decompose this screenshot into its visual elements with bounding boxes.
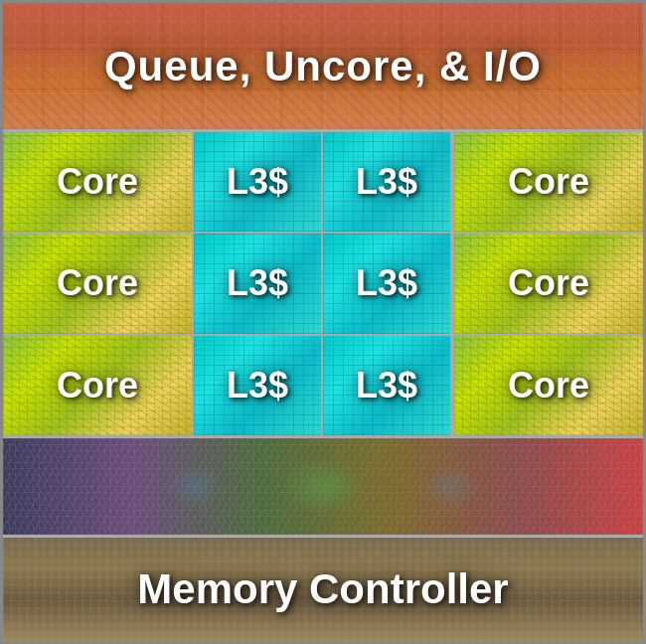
core-row-3: Core L3$ L3$ Core: [3, 336, 643, 435]
chip-diagram: Queue, Uncore, & I/O Core L3$ L3$: [0, 0, 646, 644]
l3-label: L3$: [323, 336, 450, 435]
core-row-1: Core L3$ L3$ Core: [3, 132, 643, 234]
core-1-right: Core: [452, 132, 643, 232]
core-label: Core: [3, 336, 192, 435]
core-rows: Core L3$ L3$ Core Core: [3, 132, 643, 438]
l3-label: L3$: [323, 234, 450, 333]
core-3-left: Core: [3, 336, 194, 435]
uncore-row: Queue, Uncore, & I/O: [3, 3, 643, 132]
core-label: Core: [454, 336, 643, 435]
l3-label: L3$: [323, 132, 450, 232]
core-row-2: Core L3$ L3$ Core: [3, 234, 643, 335]
l3-3-left: L3$: [194, 336, 323, 435]
io-row: [3, 438, 643, 538]
core-2-right: Core: [452, 234, 643, 333]
l3-label: L3$: [194, 336, 321, 435]
l3-1-right: L3$: [323, 132, 452, 232]
uncore-label: Queue, Uncore, & I/O: [3, 3, 643, 129]
l3-3-right: L3$: [323, 336, 452, 435]
memory-row: Memory Controller: [3, 538, 643, 641]
memory-label: Memory Controller: [3, 538, 643, 641]
core-label: Core: [3, 132, 192, 232]
l3-label: L3$: [194, 234, 321, 333]
core-2-left: Core: [3, 234, 194, 333]
io-circuits: [3, 438, 643, 535]
core-label: Core: [454, 132, 643, 232]
l3-1-left: L3$: [194, 132, 323, 232]
l3-2-left: L3$: [194, 234, 323, 333]
core-3-right: Core: [452, 336, 643, 435]
l3-label: L3$: [194, 132, 321, 232]
core-1-left: Core: [3, 132, 194, 232]
l3-2-right: L3$: [323, 234, 452, 333]
core-label: Core: [454, 234, 643, 333]
core-label: Core: [3, 234, 192, 333]
